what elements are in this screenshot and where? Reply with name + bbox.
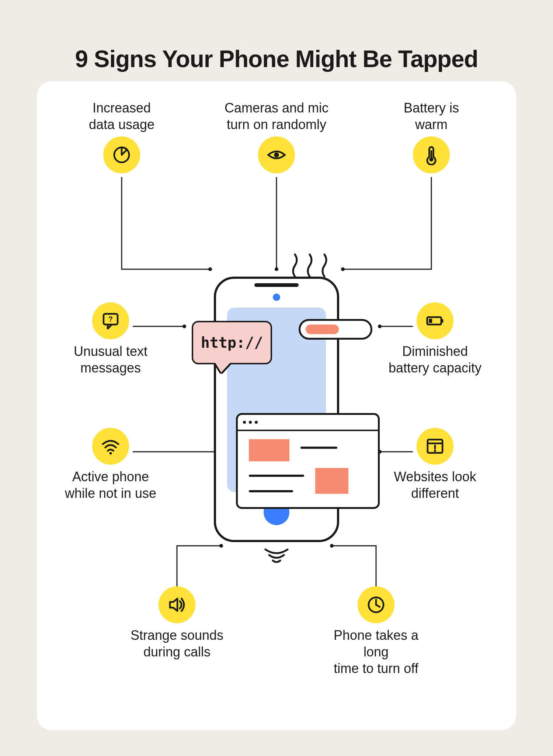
browser-titlebar bbox=[238, 415, 378, 431]
sign-active-idle: Active phonewhile not in use bbox=[55, 428, 166, 505]
battery-pill bbox=[299, 319, 372, 340]
sign-battery-warm: Battery iswarm bbox=[376, 96, 487, 173]
sign-data-usage: Increaseddata usage bbox=[66, 96, 177, 173]
eye-icon bbox=[258, 136, 295, 173]
sign-battery-warm-label: Battery iswarm bbox=[376, 100, 487, 133]
svg-point-1 bbox=[275, 267, 278, 271]
page-title: 9 Signs Your Phone Might Be Tapped bbox=[0, 45, 553, 73]
bubble-text: http:// bbox=[201, 334, 263, 351]
sign-websites: Websites lookdifferent bbox=[380, 428, 490, 505]
sign-strange-sounds: Strange soundsduring calls bbox=[122, 586, 232, 664]
svg-line-25 bbox=[376, 605, 380, 607]
battery-low-icon bbox=[417, 302, 453, 339]
chat-question-icon: ? bbox=[92, 302, 129, 339]
svg-point-22 bbox=[434, 450, 436, 452]
sign-battery-capacity-label: Diminishedbattery capacity bbox=[380, 343, 490, 376]
sign-data-usage-label: Increaseddata usage bbox=[66, 100, 177, 133]
phone-front-camera bbox=[273, 294, 280, 301]
svg-point-2 bbox=[341, 267, 345, 271]
speaker-icon bbox=[159, 586, 195, 623]
sign-strange-sounds-label: Strange soundsduring calls bbox=[122, 627, 232, 660]
sign-websites-label: Websites lookdifferent bbox=[380, 468, 490, 502]
thermometer-icon bbox=[413, 136, 450, 173]
sign-active-idle-label: Active phonewhile not in use bbox=[55, 468, 166, 502]
sign-long-off-label: Phone takes a longtime to turn off bbox=[321, 627, 431, 677]
phone-notch bbox=[254, 283, 299, 287]
svg-point-8 bbox=[330, 544, 334, 548]
sign-camera-mic-label: Cameras and micturn on randomly bbox=[221, 100, 332, 133]
sign-unusual-text-label: Unusual textmessages bbox=[55, 343, 166, 376]
svg-point-7 bbox=[219, 544, 223, 548]
svg-point-11 bbox=[429, 157, 433, 162]
browser-window bbox=[236, 413, 380, 509]
sign-battery-capacity: Diminishedbattery capacity bbox=[380, 302, 490, 380]
sign-unusual-text: ? Unusual textmessages bbox=[55, 302, 166, 380]
sign-long-off: Phone takes a longtime to turn off bbox=[321, 586, 431, 680]
svg-point-18 bbox=[109, 452, 112, 455]
svg-point-3 bbox=[182, 325, 186, 328]
clock-icon bbox=[358, 586, 394, 623]
svg-rect-16 bbox=[441, 319, 444, 323]
wifi-icon bbox=[92, 428, 129, 465]
heat-waves-icon bbox=[288, 251, 332, 280]
http-speech-bubble: http:// bbox=[192, 321, 272, 364]
svg-rect-17 bbox=[429, 319, 432, 323]
battery-pill-fill bbox=[306, 325, 339, 334]
svg-text:?: ? bbox=[108, 315, 113, 323]
sound-wave-icon bbox=[262, 546, 291, 566]
window-alert-icon bbox=[417, 428, 453, 465]
infographic-card: http:// Increaseddata usage Cameras and … bbox=[37, 81, 516, 730]
svg-point-10 bbox=[274, 152, 279, 157]
svg-point-0 bbox=[208, 267, 212, 271]
pie-icon bbox=[103, 136, 140, 173]
sign-camera-mic: Cameras and micturn on randomly bbox=[221, 96, 332, 173]
